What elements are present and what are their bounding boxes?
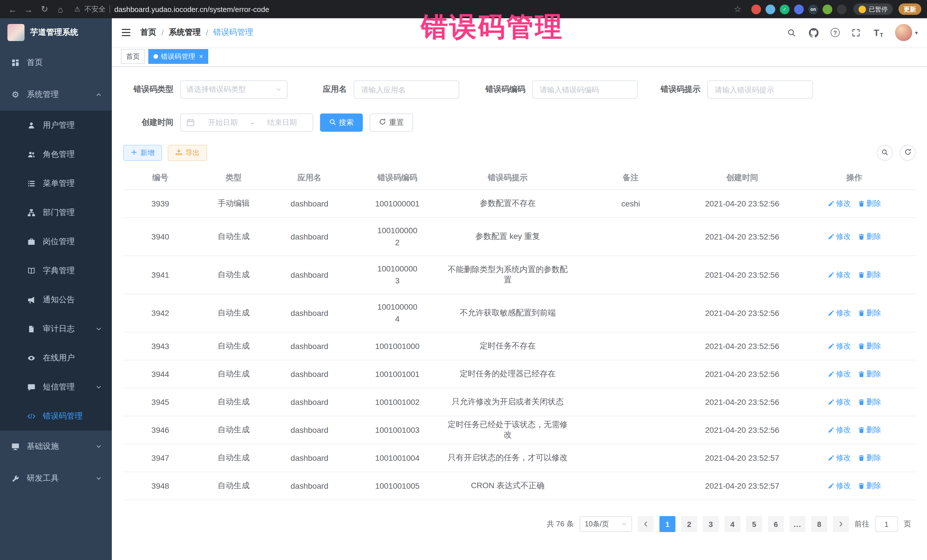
- error-hint-input[interactable]: [707, 80, 813, 99]
- sidebar-item-online-users[interactable]: 在线用户: [0, 343, 112, 372]
- help-icon[interactable]: ?: [831, 28, 840, 37]
- back-icon[interactable]: ←: [6, 4, 20, 14]
- edit-button[interactable]: 修改: [827, 199, 851, 209]
- sidebar-item-infrastructure[interactable]: 基础设施: [0, 431, 112, 463]
- sidebar-item-dict-management[interactable]: 字典管理: [0, 256, 112, 285]
- page-size-select[interactable]: 10条/页: [580, 516, 632, 532]
- page-4-button[interactable]: 4: [725, 516, 740, 532]
- forward-icon[interactable]: →: [22, 4, 35, 14]
- breadcrumb-system-management[interactable]: 系统管理: [169, 27, 201, 38]
- edit-button[interactable]: 修改: [827, 341, 851, 351]
- search-icon[interactable]: [786, 27, 798, 38]
- extension-dark-on-icon[interactable]: on: [808, 4, 818, 14]
- sidebar-item-home[interactable]: 首页: [0, 47, 112, 79]
- bookmark-star-icon[interactable]: ☆: [731, 4, 745, 14]
- delete-button[interactable]: 删除: [858, 397, 881, 407]
- page-6-button[interactable]: 6: [768, 516, 784, 532]
- logo[interactable]: 芋道管理系统: [0, 18, 112, 47]
- delete-button[interactable]: 删除: [858, 232, 881, 242]
- app-name-input[interactable]: [354, 80, 459, 99]
- edit-button[interactable]: 修改: [827, 397, 851, 407]
- page-1-button[interactable]: 1: [660, 516, 675, 532]
- toggle-search-button[interactable]: [877, 145, 893, 161]
- page-5-button[interactable]: 5: [746, 516, 762, 532]
- error-code-type-select[interactable]: 请选择错误码类型: [180, 80, 287, 99]
- sidebar-item-sms-management[interactable]: 短信管理: [0, 372, 112, 401]
- edit-button[interactable]: 修改: [827, 270, 851, 280]
- sidebar-item-role-management[interactable]: 角色管理: [0, 140, 112, 169]
- delete-button[interactable]: 删除: [858, 341, 881, 351]
- refresh-table-button[interactable]: [900, 145, 916, 161]
- filter-label: 错误码类型: [123, 84, 173, 95]
- sidebar-item-post-management[interactable]: 岗位管理: [0, 227, 112, 256]
- sidebar-item-audit-log[interactable]: 审计日志: [0, 314, 112, 343]
- delete-button[interactable]: 删除: [858, 425, 881, 435]
- goto-label: 前往: [854, 519, 869, 529]
- sidebar-item-system-management[interactable]: ⚙系统管理: [0, 79, 112, 111]
- address-bar[interactable]: ⚠ 不安全 dashboard.yudao.iocoder.cn/system/…: [74, 4, 728, 14]
- goto-page-input[interactable]: [875, 516, 898, 532]
- page-8-button[interactable]: 8: [811, 516, 827, 532]
- page-3-button[interactable]: 3: [703, 516, 719, 532]
- extension-puzzle-icon[interactable]: [837, 4, 846, 14]
- tag-home[interactable]: 首页: [121, 49, 145, 64]
- edit-button[interactable]: 修改: [827, 425, 851, 435]
- extension-lightblue-icon[interactable]: [766, 4, 775, 14]
- edit-button[interactable]: 修改: [827, 481, 851, 491]
- delete-button[interactable]: 删除: [858, 369, 881, 379]
- sidebar-item-dev-tools[interactable]: 研发工具: [0, 463, 112, 495]
- reset-button[interactable]: 重置: [370, 114, 413, 132]
- cell-app-name: dashboard: [270, 332, 349, 360]
- delete-button[interactable]: 删除: [858, 481, 881, 491]
- fullscreen-icon[interactable]: [851, 27, 862, 38]
- edit-button[interactable]: 修改: [827, 369, 851, 379]
- user-menu[interactable]: ▾: [895, 24, 918, 41]
- cell-remark: [570, 294, 691, 332]
- edit-button[interactable]: 修改: [827, 453, 851, 463]
- extension-green-check-icon[interactable]: ✓: [780, 4, 790, 14]
- breadcrumb-home[interactable]: 首页: [140, 27, 156, 38]
- sidebar-item-dept-management[interactable]: 部门管理: [0, 198, 112, 227]
- divider: [110, 5, 110, 13]
- sidebar-item-user-management[interactable]: 用户管理: [0, 111, 112, 140]
- update-button[interactable]: 更新: [898, 3, 921, 15]
- delete-button[interactable]: 删除: [858, 453, 881, 463]
- home-icon[interactable]: ⌂: [54, 4, 67, 14]
- extension-blue-grid-icon[interactable]: [794, 4, 804, 14]
- font-size-icon[interactable]: TT: [873, 27, 884, 38]
- extension-red-icon[interactable]: [751, 4, 761, 14]
- filter-label: 创建时间: [123, 117, 173, 128]
- delete-button[interactable]: 删除: [858, 270, 881, 280]
- sidebar-item-notice-management[interactable]: 通知公告: [0, 285, 112, 314]
- emoji-face-icon: [859, 5, 866, 13]
- more-pages-button[interactable]: ...: [790, 516, 805, 532]
- column-header-remark: 备注: [570, 167, 691, 190]
- delete-button[interactable]: 删除: [858, 199, 881, 209]
- export-button[interactable]: 导出: [168, 145, 207, 161]
- sidebar-item-menu-management[interactable]: 菜单管理: [0, 169, 112, 198]
- error-code-input[interactable]: [532, 80, 638, 99]
- close-icon[interactable]: ×: [199, 53, 203, 60]
- update-button-label: 更新: [904, 5, 916, 14]
- reload-icon[interactable]: ↻: [38, 4, 51, 14]
- date-range-picker[interactable]: 开始日期 - 结束日期: [180, 114, 313, 132]
- delete-button[interactable]: 删除: [858, 308, 881, 318]
- chevron-down-icon: [96, 476, 102, 481]
- prev-page-button[interactable]: [638, 516, 654, 532]
- cell-id: 3947: [123, 444, 198, 472]
- edit-button[interactable]: 修改: [827, 232, 851, 242]
- tag-error-code-management[interactable]: 错误码管理×: [148, 49, 208, 64]
- add-button[interactable]: 新增: [123, 145, 162, 161]
- next-page-button[interactable]: [833, 516, 849, 532]
- cell-id: 3948: [123, 472, 198, 500]
- cell-remark: [570, 444, 691, 472]
- extension-green-leaf-icon[interactable]: [823, 4, 832, 14]
- edit-button[interactable]: 修改: [827, 308, 851, 318]
- github-icon[interactable]: [808, 27, 820, 38]
- page-2-button[interactable]: 2: [681, 516, 697, 532]
- sidebar-item-error-code-management[interactable]: 错误码管理: [0, 401, 112, 431]
- top-navbar: 首页 / 系统管理 / 错误码管理 ? TT ▾: [112, 18, 927, 47]
- search-button[interactable]: 搜索: [320, 114, 363, 132]
- hamburger-icon[interactable]: [121, 27, 131, 38]
- paused-badge[interactable]: 已暂停: [853, 3, 893, 15]
